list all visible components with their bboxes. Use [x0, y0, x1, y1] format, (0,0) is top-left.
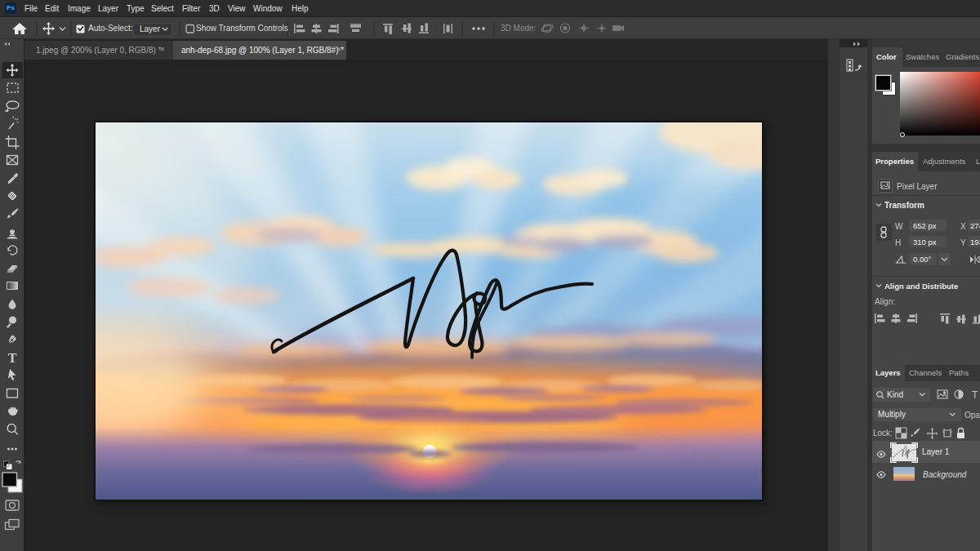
svg-text:T: T [8, 351, 17, 365]
svg-text:T: T [972, 389, 978, 401]
